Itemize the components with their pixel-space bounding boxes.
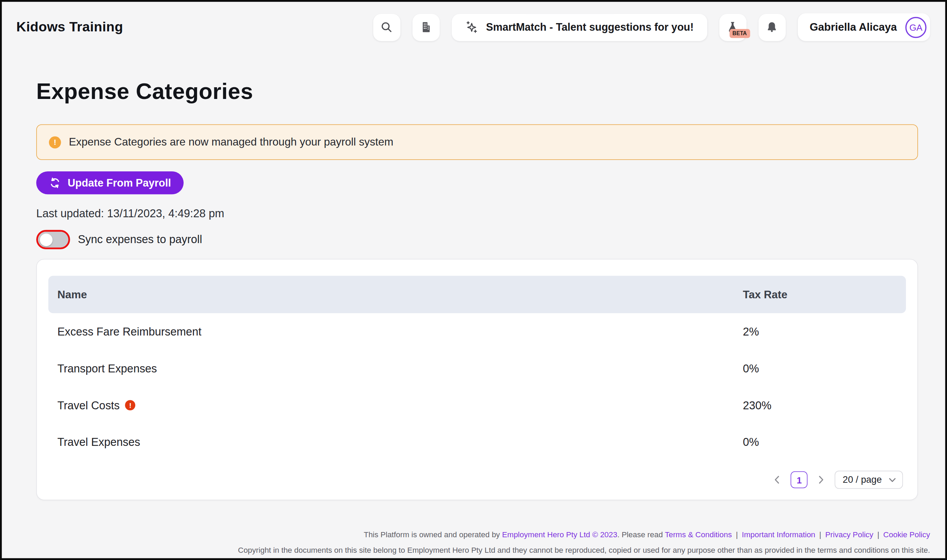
row-tax-rate: 230% xyxy=(743,398,906,412)
chevron-down-icon xyxy=(889,478,896,482)
banner-text: Expense Categories are now managed throu… xyxy=(69,136,393,149)
expense-categories-card: Name Tax Rate Excess Fare Reimbursement … xyxy=(36,259,918,500)
search-button[interactable] xyxy=(373,14,400,41)
footer-link-cookie-policy[interactable]: Cookie Policy xyxy=(883,530,930,539)
last-updated-text: Last updated: 13/11/2023, 4:49:28 pm xyxy=(36,207,918,220)
footer-link-terms[interactable]: Terms & Conditions xyxy=(665,530,732,539)
chevron-left-icon xyxy=(774,475,780,484)
warning-icon: ! xyxy=(125,400,136,410)
footer: This Platform is owned and operated by E… xyxy=(238,531,930,555)
table-body: Excess Fare Reimbursement ! 2% Transport… xyxy=(48,313,906,460)
notifications-button[interactable] xyxy=(758,14,785,41)
chevron-right-icon xyxy=(819,475,824,484)
organisation-button[interactable] xyxy=(412,14,440,41)
table-row: Travel Expenses ! 0% xyxy=(48,424,906,461)
annotation-highlight-ring xyxy=(36,230,70,249)
row-name: Excess Fare Reimbursement xyxy=(57,325,201,338)
footer-separator: | xyxy=(877,530,879,539)
footer-legal-line: This Platform is owned and operated by E… xyxy=(238,531,930,539)
update-from-payroll-button[interactable]: Update From Payroll xyxy=(36,171,184,194)
bell-icon xyxy=(765,21,779,34)
topbar-actions: SmartMatch - Talent suggestions for you!… xyxy=(373,14,930,42)
brand-logo[interactable]: Kidows Training xyxy=(16,19,123,35)
toggle-knob xyxy=(40,233,52,246)
search-icon xyxy=(380,21,393,34)
column-header-name: Name xyxy=(48,288,743,301)
footer-link-privacy-policy[interactable]: Privacy Policy xyxy=(825,530,873,539)
column-header-tax-rate: Tax Rate xyxy=(743,288,906,301)
building-icon xyxy=(420,21,433,34)
sync-toggle-row: Sync expenses to payroll xyxy=(36,230,918,249)
row-tax-rate: 0% xyxy=(743,435,906,449)
row-name: Travel Expenses xyxy=(57,435,140,449)
user-name: Gabriella Alicaya xyxy=(810,21,897,34)
smartmatch-button[interactable]: SmartMatch - Talent suggestions for you! xyxy=(452,14,707,41)
footer-text-mid: . Please read xyxy=(617,530,665,539)
avatar: GA xyxy=(905,17,926,38)
beta-badge: BETA xyxy=(730,29,750,38)
row-name: Transport Expenses xyxy=(57,362,157,375)
footer-text-prefix: This Platform is owned and operated by xyxy=(364,530,502,539)
main-content: Expense Categories ! Expense Categories … xyxy=(2,79,945,500)
table-row: Transport Expenses ! 0% xyxy=(48,350,906,387)
top-navigation: Kidows Training xyxy=(2,2,945,52)
smartmatch-label: SmartMatch - Talent suggestions for you! xyxy=(486,21,694,34)
row-tax-rate: 2% xyxy=(743,325,906,338)
sparkles-icon xyxy=(465,20,479,34)
current-page-button[interactable]: 1 xyxy=(791,471,808,488)
table-header-row: Name Tax Rate xyxy=(48,276,906,314)
row-name: Travel Costs xyxy=(57,398,120,412)
alert-circle-icon: ! xyxy=(49,136,61,148)
app-window: Kidows Training xyxy=(0,0,947,560)
page-size-select[interactable]: 20 / page xyxy=(835,471,903,489)
page-size-value: 20 / page xyxy=(843,474,882,486)
update-from-payroll-label: Update From Payroll xyxy=(68,177,171,189)
footer-separator: | xyxy=(736,530,738,539)
table-row: Excess Fare Reimbursement ! 2% xyxy=(48,313,906,350)
footer-copyright: Copyright in the documents on this site … xyxy=(238,547,930,554)
sync-toggle[interactable] xyxy=(38,232,68,248)
pagination: 1 20 / page xyxy=(48,471,906,489)
labs-button[interactable]: BETA xyxy=(719,14,746,41)
info-banner: ! Expense Categories are now managed thr… xyxy=(36,125,918,160)
user-menu-button[interactable]: Gabriella Alicaya GA xyxy=(797,14,930,42)
table-row: Travel Costs ! 230% xyxy=(48,387,906,424)
refresh-icon xyxy=(49,177,61,189)
footer-link-important-information[interactable]: Important Information xyxy=(742,530,815,539)
next-page-button[interactable] xyxy=(816,473,827,486)
footer-separator: | xyxy=(819,530,821,539)
row-tax-rate: 0% xyxy=(743,362,906,375)
sync-toggle-label: Sync expenses to payroll xyxy=(78,233,202,246)
page-title: Expense Categories xyxy=(36,79,918,105)
previous-page-button[interactable] xyxy=(772,473,782,486)
footer-link-company[interactable]: Employment Hero Pty Ltd © 2023 xyxy=(502,530,617,539)
